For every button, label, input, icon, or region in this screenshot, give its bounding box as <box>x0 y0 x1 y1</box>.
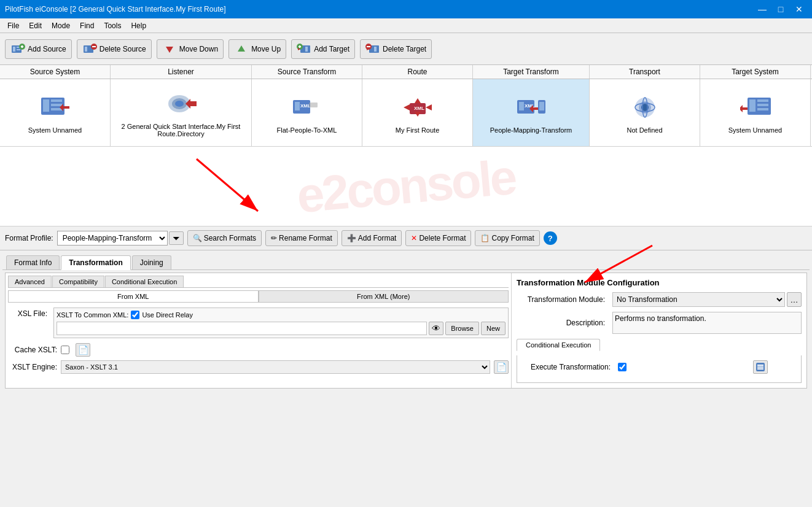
col-target-transform: Target Transform <box>473 65 590 79</box>
format-history-button[interactable]: ⏷ <box>169 231 184 245</box>
maximize-button[interactable]: □ <box>773 3 789 15</box>
close-button[interactable]: ✕ <box>791 3 807 15</box>
svg-marker-12 <box>238 45 245 52</box>
svg-rect-8 <box>85 47 87 52</box>
listener-cell[interactable]: 2 General Quick Start Interface.My First… <box>111 79 252 146</box>
add-source-button[interactable]: Add Source <box>5 39 72 59</box>
source-transform-cell[interactable]: XML Flat-People-To-XML <box>252 79 362 146</box>
svg-rect-58 <box>757 99 768 102</box>
xsl-preview-button[interactable]: 👁 <box>429 322 443 335</box>
main-tab-bar: Format Info Transformation Joining <box>2 253 810 270</box>
move-down-button[interactable]: Move Down <box>157 39 224 59</box>
sub-tab-conditional-execution[interactable]: Conditional Execution <box>105 276 184 287</box>
menu-find[interactable]: Find <box>75 20 99 31</box>
menu-tools[interactable]: Tools <box>99 20 126 31</box>
cache-xslt-row: Cache XSLT: 📄 <box>8 343 509 357</box>
menu-help[interactable]: Help <box>126 20 151 31</box>
watermark: e2console <box>295 149 517 224</box>
search-formats-label: Search Formats <box>204 234 256 242</box>
tab-format-info[interactable]: Format Info <box>6 255 60 269</box>
target-system-icon <box>740 92 771 123</box>
execute-transformation-icon-btn[interactable] <box>753 360 768 374</box>
source-system-cell[interactable]: System Unnamed <box>0 79 111 146</box>
route-cell[interactable]: XML My First Route <box>362 79 473 146</box>
add-format-button[interactable]: ➕ Add Format <box>342 230 402 246</box>
svg-marker-41 <box>426 104 432 110</box>
new-button[interactable]: New <box>481 322 506 335</box>
cache-xslt-label: Cache XSLT: <box>8 346 57 354</box>
svg-marker-42 <box>415 98 421 103</box>
transport-icon <box>630 92 660 123</box>
exec-transformation-label: Execute Transformation: <box>522 363 614 371</box>
svg-rect-27 <box>51 104 62 106</box>
xsl-file-input[interactable] <box>57 322 427 335</box>
delete-source-button[interactable]: Delete Source <box>77 39 152 59</box>
menu-mode[interactable]: Mode <box>47 20 75 31</box>
transport-cell[interactable]: Not Defined <box>590 79 700 146</box>
delete-target-button[interactable]: Delete Target <box>360 39 432 59</box>
copy-format-button[interactable]: 📋 Copy Format <box>475 230 539 246</box>
move-up-button[interactable]: Move Up <box>228 39 286 59</box>
svg-rect-45 <box>519 102 524 110</box>
target-transform-icon: XML <box>516 92 547 123</box>
svg-rect-14 <box>305 47 308 52</box>
menu-bar: File Edit Mode Find Tools Help <box>0 18 812 33</box>
xsl-option-row: XSLT To Common XML: Use Direct Relay <box>57 311 506 319</box>
target-transform-cell[interactable]: XML People-Mapping-Transform <box>473 79 590 146</box>
sub-tab-advanced[interactable]: Advanced <box>8 276 52 287</box>
xsl-file-row: XSL File: XSLT To Common XML: Use Direct… <box>8 308 509 338</box>
svg-rect-26 <box>51 99 62 102</box>
description-label: Description: <box>517 319 609 327</box>
svg-rect-22 <box>367 46 370 47</box>
tab-joining[interactable]: Joining <box>132 255 171 269</box>
right-sub-panel: Transformation Module Configuration Tran… <box>512 273 806 388</box>
minimize-button[interactable]: ― <box>754 3 770 15</box>
col-listener: Listener <box>111 65 252 79</box>
window-title: PilotFish eiConsole [2 General Quick Sta… <box>5 5 225 14</box>
svg-rect-25 <box>43 99 49 112</box>
transport-label: Not Defined <box>627 126 662 134</box>
xslt-to-common-xml-label: XSLT To Common XML: <box>57 311 128 319</box>
help-button[interactable]: ? <box>544 231 557 245</box>
svg-rect-68 <box>757 368 763 370</box>
execute-transformation-checkbox[interactable] <box>618 363 627 371</box>
transformation-module-select[interactable]: No Transformation <box>612 292 785 307</box>
add-target-button[interactable]: Add Target <box>291 39 355 59</box>
svg-rect-37 <box>309 103 318 107</box>
svg-rect-20 <box>374 47 377 52</box>
xslt-engine-label: XSLT Engine: <box>8 363 57 371</box>
menu-edit[interactable]: Edit <box>24 20 47 31</box>
row-tab-from-xml-more[interactable]: From XML (More) <box>259 290 509 302</box>
svg-rect-1 <box>13 47 15 52</box>
svg-line-62 <box>197 159 258 211</box>
browse-button[interactable]: Browse <box>445 322 479 335</box>
svg-rect-57 <box>749 99 755 112</box>
svg-rect-28 <box>51 108 62 110</box>
cache-xslt-checkbox[interactable] <box>61 346 69 354</box>
sub-tab-bar-top: Advanced Compatibility Conditional Execu… <box>8 276 509 288</box>
column-headers: Source System Listener Source Transform … <box>0 65 812 79</box>
xslt-engine-info-btn[interactable]: 📄 <box>494 360 509 374</box>
target-system-label: System Unnamed <box>728 126 782 134</box>
cond-exec-tab[interactable]: Conditional Execution <box>517 339 600 351</box>
search-formats-button[interactable]: 🔍 Search Formats <box>187 230 262 246</box>
row-tab-from-xml[interactable]: From XML <box>8 290 259 302</box>
cache-xslt-icon-btn[interactable]: 📄 <box>76 343 90 357</box>
transformation-module-ellipsis[interactable]: … <box>787 292 802 307</box>
source-system-icon <box>40 92 71 123</box>
tab-transformation[interactable]: Transformation <box>61 255 130 270</box>
target-system-cell[interactable]: System Unnamed <box>700 79 811 146</box>
use-direct-relay-checkbox[interactable] <box>131 311 139 319</box>
delete-format-icon: ✕ <box>411 234 417 242</box>
main-toolbar: Add Source Delete Source Move Down Move … <box>0 33 812 65</box>
format-profile-select[interactable]: People-Mapping-Transform <box>57 231 168 246</box>
sub-tab-compatibility[interactable]: Compatibility <box>52 276 104 287</box>
xslt-engine-select[interactable]: Saxon - XSLT 3.1 <box>61 360 490 374</box>
menu-file[interactable]: File <box>2 20 24 31</box>
rename-format-button[interactable]: ✏ Rename Format <box>265 230 338 246</box>
add-source-icon <box>10 42 25 56</box>
delete-format-button[interactable]: ✕ Delete Format <box>405 230 471 246</box>
col-target-system: Target System <box>700 65 811 79</box>
svg-marker-40 <box>404 104 410 110</box>
use-direct-relay-label: Use Direct Relay <box>142 311 193 319</box>
